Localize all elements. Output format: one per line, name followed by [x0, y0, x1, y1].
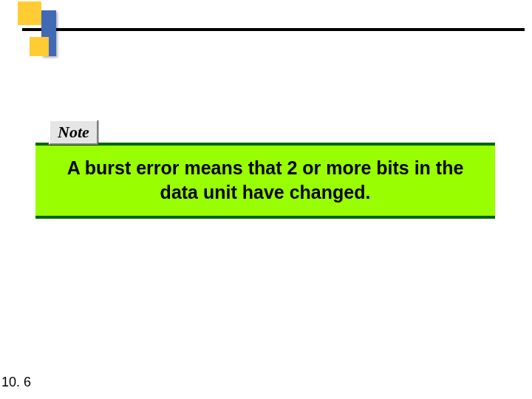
callout-text: A burst error means that 2 or more bits … — [50, 156, 480, 204]
header-horizontal-line — [22, 28, 525, 31]
header-yellow-square-top — [18, 1, 41, 25]
note-badge-label: Note — [58, 123, 89, 141]
header-yellow-square-bottom — [30, 37, 49, 56]
header-decoration — [0, 0, 532, 59]
callout-box: A burst error means that 2 or more bits … — [35, 143, 495, 219]
page-number: 10. 6 — [1, 375, 31, 390]
note-badge: Note — [49, 120, 98, 145]
note-callout: Note A burst error means that 2 or more … — [35, 120, 495, 219]
